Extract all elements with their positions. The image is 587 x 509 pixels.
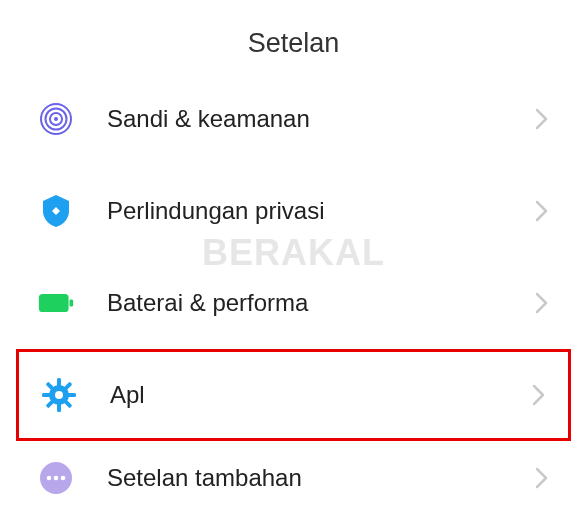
chevron-right-icon [535, 291, 549, 315]
svg-rect-4 [39, 294, 69, 312]
svg-point-15 [61, 475, 66, 480]
page-title: Setelan [0, 0, 587, 73]
settings-item-additional[interactable]: Setelan tambahan [0, 441, 587, 509]
svg-point-3 [54, 117, 58, 121]
apps-cog-icon [41, 377, 77, 413]
chevron-right-icon [532, 383, 546, 407]
svg-rect-5 [70, 299, 74, 306]
settings-item-label: Apl [110, 381, 532, 409]
settings-item-privacy[interactable]: Perlindungan privasi [0, 165, 587, 257]
svg-point-14 [54, 475, 59, 480]
settings-item-battery[interactable]: Baterai & performa [0, 257, 587, 349]
chevron-right-icon [535, 466, 549, 490]
more-icon [38, 460, 74, 496]
settings-item-label: Perlindungan privasi [107, 197, 535, 225]
chevron-right-icon [535, 199, 549, 223]
settings-item-security[interactable]: Sandi & keamanan [0, 73, 587, 165]
settings-item-apps[interactable]: Apl [16, 349, 571, 441]
settings-item-label: Baterai & performa [107, 289, 535, 317]
svg-point-11 [55, 391, 63, 399]
chevron-right-icon [535, 107, 549, 131]
svg-point-13 [47, 475, 52, 480]
fingerprint-icon [38, 101, 74, 137]
battery-icon [38, 285, 74, 321]
settings-item-label: Setelan tambahan [107, 464, 535, 492]
shield-icon [38, 193, 74, 229]
settings-list: Sandi & keamanan Perlindungan privasi Ba… [0, 73, 587, 509]
settings-item-label: Sandi & keamanan [107, 105, 535, 133]
